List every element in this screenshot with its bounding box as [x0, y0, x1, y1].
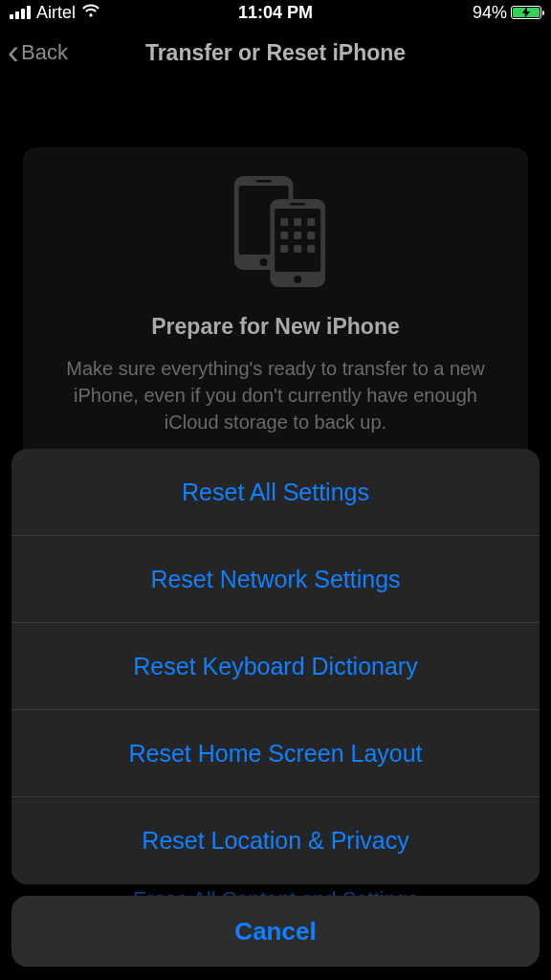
carrier-label: Airtel [36, 3, 76, 23]
action-sheet: Reset All Settings Reset Network Setting… [11, 449, 540, 884]
signal-icon [10, 6, 31, 19]
svg-rect-3 [256, 180, 272, 183]
status-left: Airtel [10, 3, 100, 23]
nav-bar: ‹ Back Transfer or Reset iPhone [0, 25, 551, 80]
svg-point-2 [260, 258, 268, 266]
battery-indicator: 94% [473, 3, 541, 23]
prepare-card: Prepare for New iPhone Make sure everyth… [23, 147, 528, 460]
svg-point-6 [294, 276, 301, 283]
wifi-icon [81, 3, 100, 23]
reset-location-privacy-option[interactable]: Reset Location & Privacy [11, 797, 540, 884]
phones-illustration [40, 176, 511, 287]
reset-home-screen-layout-option[interactable]: Reset Home Screen Layout [11, 710, 540, 797]
status-time: 11:04 PM [238, 3, 313, 23]
chevron-left-icon: ‹ [8, 35, 19, 70]
back-button[interactable]: ‹ Back [8, 35, 68, 70]
battery-percent: 94% [473, 3, 507, 23]
svg-rect-8 [280, 218, 288, 226]
svg-rect-7 [290, 203, 305, 206]
card-title: Prepare for New iPhone [40, 314, 511, 340]
phone-front-icon [270, 199, 325, 287]
svg-rect-5 [275, 209, 320, 272]
status-right: 94% [473, 3, 541, 23]
svg-rect-10 [307, 218, 315, 226]
reset-network-settings-option[interactable]: Reset Network Settings [11, 536, 540, 623]
svg-rect-12 [294, 232, 301, 239]
card-description: Make sure everything's ready to transfer… [40, 355, 511, 435]
svg-rect-15 [294, 245, 301, 253]
back-label: Back [21, 40, 68, 65]
svg-rect-9 [294, 218, 301, 226]
svg-rect-16 [307, 245, 315, 253]
svg-rect-11 [280, 232, 288, 239]
action-sheet-container: Reset All Settings Reset Network Setting… [0, 449, 551, 980]
page-title: Transfer or Reset iPhone [145, 40, 406, 66]
cancel-button[interactable]: Cancel [11, 896, 540, 967]
reset-all-settings-option[interactable]: Reset All Settings [11, 449, 540, 536]
svg-rect-14 [280, 245, 288, 253]
battery-icon [511, 6, 541, 19]
status-bar: Airtel 11:04 PM 94% [0, 0, 551, 25]
svg-rect-13 [307, 232, 315, 239]
reset-keyboard-dictionary-option[interactable]: Reset Keyboard Dictionary [11, 623, 540, 710]
